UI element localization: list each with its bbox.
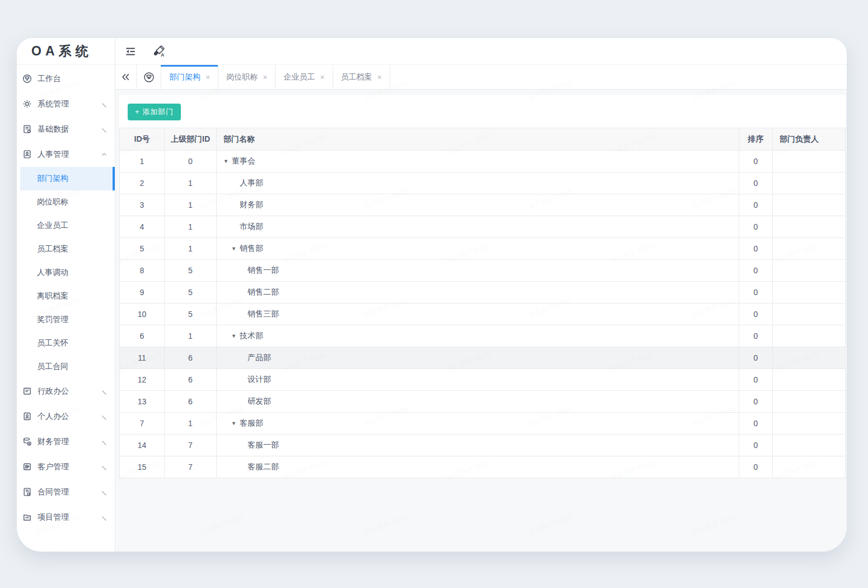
table-row[interactable]: 95销售二部0 [120,282,846,304]
tabbar: 部门架构×岗位职称×企业员工×员工档案× [115,65,847,90]
cell-parent-id: 1 [165,194,217,216]
sidebar-subitem-label: 员工关怀 [37,338,68,348]
table-row[interactable]: 51▼销售部0 [120,238,846,260]
cell-sort: 0 [739,216,773,238]
tab-label: 部门架构 [169,72,200,82]
cell-name: ▼董事会 [217,151,739,172]
sidebar-item[interactable]: 个人办公 [17,404,115,429]
department-panel: + 添加部门 ID号 上级部门ID 部门名称 排序 部门负责人 [119,95,846,478]
cell-id: 10 [120,304,165,325]
table-row[interactable]: 116产品部0 [120,347,846,369]
cell-id: 6 [120,325,165,347]
table-row[interactable]: 126设计部0 [120,369,846,391]
sidebar-item[interactable]: 项目管理 [17,505,115,530]
sidebar-subitem[interactable]: 员工关怀 [20,332,115,355]
sidebar-item-label: 人事管理 [38,150,69,160]
sidebar-subitem[interactable]: 岗位职称 [20,190,115,214]
table-row[interactable]: 61▼技术部0 [120,325,846,347]
tab[interactable]: 部门架构× [161,65,218,89]
tab-close-icon[interactable]: × [206,73,210,81]
department-name: 研发部 [248,396,271,407]
collapse-menu-icon[interactable] [124,45,137,58]
sidebar-item[interactable]: 合同管理 [17,479,115,505]
cell-sort: 0 [739,260,773,282]
cell-id: 7 [120,413,165,435]
cell-name: 销售三部 [217,304,739,325]
sidebar-item[interactable]: 系统管理 [17,91,115,116]
add-department-button[interactable]: + 添加部门 [128,104,181,120]
cell-name: 销售一部 [217,260,739,282]
sidebar-item[interactable]: 人事管理 [17,142,115,167]
cell-name: 研发部 [217,391,739,413]
cell-manager [773,435,846,456]
department-table: ID号 上级部门ID 部门名称 排序 部门负责人 10▼董事会021人事部031… [119,128,846,478]
tab-close-icon[interactable]: × [377,73,382,81]
department-name: 销售一部 [248,265,279,276]
sidebar-subitem[interactable]: 奖罚管理 [20,308,115,332]
collapse-caret-icon[interactable]: ▼ [231,421,240,426]
collapse-caret-icon[interactable]: ▼ [223,159,232,164]
table-row[interactable]: 21人事部0 [120,172,846,194]
chevron-down-icon [101,388,108,395]
tab[interactable]: 岗位职称× [218,65,276,89]
cell-sort: 0 [739,172,773,194]
cell-parent-id: 6 [165,391,217,413]
sidebar-subitem[interactable]: 企业员工 [20,214,115,237]
home-tab-icon[interactable] [137,65,161,89]
table-row[interactable]: 71▼客服部0 [120,413,846,435]
cell-name: ▼客服部 [217,413,739,435]
sidebar-item-label: 客户管理 [38,462,69,472]
sidebar-subitem-label: 员工合同 [37,362,68,372]
cell-name: ▼技术部 [217,325,739,347]
department-name: 产品部 [248,353,271,363]
table-row[interactable]: 157客服二部0 [120,456,846,478]
sidebar-subitem[interactable]: 离职档案 [20,284,115,308]
department-name: 客服部 [240,418,263,428]
sidebar-subitem-label: 离职档案 [37,291,68,301]
table-row[interactable]: 31财务部0 [120,194,846,216]
collapse-caret-icon[interactable]: ▼ [231,334,240,339]
cell-manager [773,194,846,216]
cell-parent-id: 0 [165,151,217,172]
sidebar-item[interactable]: 财务管理 [17,429,115,454]
scroll-tabs-left-icon[interactable] [115,65,137,89]
sidebar-item[interactable]: 工作台 [17,66,115,91]
department-name: 客服一部 [248,440,279,450]
tab[interactable]: 员工档案× [333,65,390,89]
table-row[interactable]: 136研发部0 [120,391,846,413]
sidebar-item-label: 项目管理 [38,512,69,522]
cell-parent-id: 1 [165,413,217,435]
cell-sort: 0 [739,238,773,260]
cell-name: 市场部 [217,216,739,238]
table-row[interactable]: 85销售一部0 [120,260,846,282]
table-row[interactable]: 105销售三部0 [120,304,846,325]
cell-name: 产品部 [217,347,739,369]
sidebar-subitem[interactable]: 员工档案 [20,237,115,261]
sidebar-item[interactable]: 基础数据 [17,116,115,142]
sidebar-item[interactable]: 行政办公 [17,379,115,404]
department-name: 董事会 [232,156,255,166]
tab[interactable]: 企业员工× [276,65,333,89]
cell-name: 客服二部 [217,456,739,478]
sidebar-item[interactable]: 客户管理 [17,454,115,479]
tab-label: 员工档案 [341,72,372,82]
table-row[interactable]: 41市场部0 [120,216,846,238]
col-header-name: 部门名称 [217,128,739,151]
cell-manager [773,391,846,413]
table-row[interactable]: 10▼董事会0 [120,151,846,172]
table-row[interactable]: 147客服一部0 [120,435,846,456]
cell-parent-id: 1 [165,216,217,238]
chevron-down-icon [101,489,108,496]
tab-close-icon[interactable]: × [263,73,267,81]
office-icon [22,386,32,396]
tab-label: 岗位职称 [226,72,258,82]
tab-close-icon[interactable]: × [320,73,324,81]
cell-name: 销售二部 [217,282,739,304]
sidebar-subitem[interactable]: 员工合同 [20,355,115,379]
sidebar-subitem[interactable]: 部门架构 [20,167,115,190]
theme-brush-icon[interactable]: A [152,45,165,58]
chevron-down-icon [101,101,108,108]
sidebar-subitem[interactable]: 人事调动 [20,261,115,284]
cell-parent-id: 1 [165,172,217,194]
collapse-caret-icon[interactable]: ▼ [231,246,240,251]
